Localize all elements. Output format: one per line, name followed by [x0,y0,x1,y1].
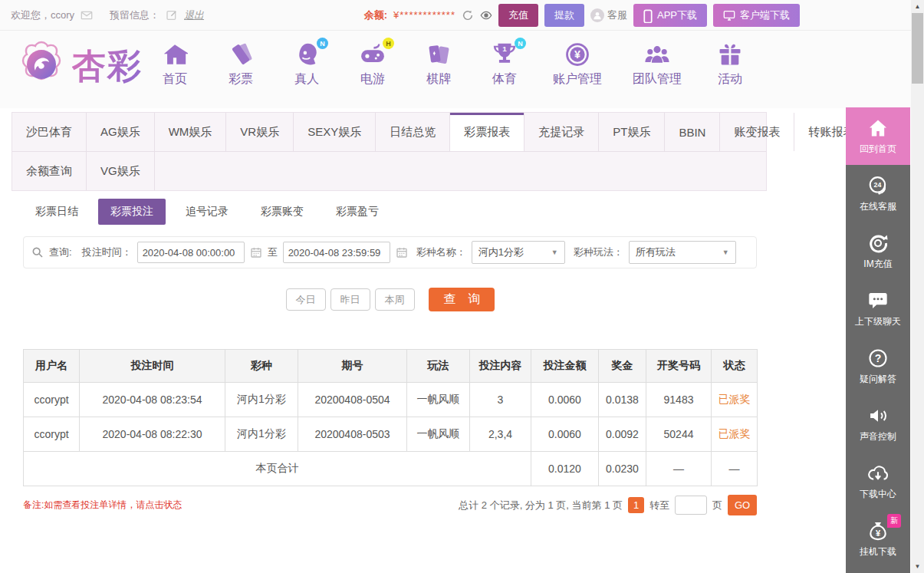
column-header: 投注时间 [80,350,225,383]
svg-text:1: 1 [502,44,507,53]
main-nav-label: 体育 [492,71,517,87]
scrollbar[interactable]: ▲ ▼ [911,0,924,573]
summary-cell: — [646,452,712,486]
client-download-button[interactable]: 客户端下载 [713,4,800,27]
goto-page-input[interactable] [675,496,707,515]
main-nav-item[interactable]: 活动 [712,41,748,87]
eye-icon[interactable] [480,9,492,21]
play-type-select[interactable]: 所有玩法 ▼ [629,241,736,264]
main-nav-item[interactable]: H电游 [355,41,390,87]
pagination-summary: 总计 2 个记录, 分为 1 页, 当前第 1 页 [459,499,623,512]
table-cell: 0.0092 [599,417,646,452]
lottery-select[interactable]: 河内1分彩 ▼ [472,241,565,264]
refresh-icon[interactable] [462,9,474,21]
sidebar-item-label: 声音控制 [860,430,896,443]
table-cell: ccorypt [24,383,80,417]
scroll-down-arrow-icon[interactable]: ▼ [911,560,924,573]
scrollbar-thumb[interactable] [912,13,923,84]
tab-AG娱乐[interactable]: AG娱乐 [87,113,155,151]
main-nav-item[interactable]: 彩票 [223,41,258,87]
status-cell[interactable]: 已派奖 [712,417,758,452]
subtab-彩票盈亏[interactable]: 彩票盈亏 [324,199,391,225]
report-tabstrip: 沙巴体育AG娱乐WM娱乐VR娱乐SEXY娱乐日结总览彩票报表充提记录PT娱乐BB… [12,112,767,191]
summary-cell: 0.0120 [531,452,599,486]
sidebar-item-声音控制[interactable]: 声音控制 [846,395,910,453]
table-footer: 备注:如需查看投注单详情，请点击状态 总计 2 个记录, 分为 1 页, 当前第… [23,495,757,515]
sidebar-item-疑问解答[interactable]: ?疑问解答 [846,338,910,395]
table-cell: 0.0060 [531,383,599,417]
main-nav-label: 棋牌 [426,71,451,87]
go-button[interactable]: GO [728,495,757,515]
sidebar-item-挂机下载[interactable]: ¥新挂机下载 [846,510,910,568]
play-type-select-value: 所有玩法 [636,245,676,259]
service-avatar-icon [590,8,604,22]
scroll-up-arrow-icon[interactable]: ▲ [911,0,924,13]
bet-time-label: 投注时间： [82,245,132,259]
main-nav-item[interactable]: 团队管理 [633,41,682,87]
subtab-彩票投注[interactable]: 彩票投注 [98,199,166,225]
to-label: 至 [268,245,278,259]
service-link[interactable]: 客服 [590,8,627,22]
main-nav-label: 团队管理 [633,71,682,87]
main-nav-item[interactable]: 首页 [157,41,192,87]
recharge-button[interactable]: 充值 [498,4,538,27]
page-1-button[interactable]: 1 [628,497,644,513]
table-header-row: 用户名投注时间彩种期号玩法投注内容投注金额奖金开奖号码状态 [24,350,758,383]
tab-彩票报表[interactable]: 彩票报表 [450,113,524,151]
sidebar-item-下载中心[interactable]: 下载中心 [846,453,910,510]
envelope-icon[interactable] [81,9,93,21]
main-nav-item[interactable]: 1N体育 [487,41,522,87]
tab-账变报表[interactable]: 账变报表 [720,113,794,151]
tab-日结总览[interactable]: 日结总览 [376,113,450,151]
calendar-icon-2[interactable] [396,246,408,259]
sidebar-item-在线客服[interactable]: 24在线客服 [846,165,910,222]
subtab-彩票账变[interactable]: 彩票账变 [248,199,316,225]
bet-records-table-wrap: 用户名投注时间彩种期号玩法投注内容投注金额奖金开奖号码状态 ccorypt202… [23,349,757,486]
calendar-icon[interactable] [250,246,262,259]
coin-yuan-icon: ¥ [564,41,590,68]
svg-text:¥: ¥ [574,48,580,61]
tab-PT娱乐[interactable]: PT娱乐 [599,113,665,151]
tab-WM娱乐[interactable]: WM娱乐 [155,113,227,151]
tab-VR娱乐[interactable]: VR娱乐 [226,113,294,151]
table-cell: 一帆风顺 [407,383,470,417]
pagination: 总计 2 个记录, 分为 1 页, 当前第 1 页 1 转至 页 GO [459,495,757,515]
yesterday-button[interactable]: 昨日 [330,288,370,311]
lottery-select-value: 河内1分彩 [478,245,524,259]
bet-records-table: 用户名投注时间彩种期号玩法投注内容投注金额奖金开奖号码状态 ccorypt202… [23,349,758,486]
edit-icon[interactable] [166,9,178,21]
subtab-追号记录[interactable]: 追号记录 [173,199,241,225]
table-cell: 20200408-0503 [298,417,407,452]
tab-余额查询[interactable]: 余额查询 [12,152,87,190]
time-from-input[interactable] [137,242,245,263]
tab-BBIN[interactable]: BBIN [665,113,720,151]
today-button[interactable]: 今日 [286,288,326,311]
table-cell: 2,3,4 [470,417,531,452]
main-nav-label: 真人 [294,71,319,87]
balance-label: 余额: [364,8,387,22]
tab-沙巴体育[interactable]: 沙巴体育 [12,113,87,151]
cards-icon [426,41,452,68]
sidebar-item-IM充值[interactable]: IM充值 [846,222,910,280]
withdraw-button[interactable]: 提款 [544,4,584,27]
sidebar-item-回到首页[interactable]: 回到首页 [846,107,910,165]
week-button[interactable]: 本周 [375,288,415,311]
service-24-icon: 24 [867,175,889,196]
lottery-name-label: 彩种名称： [416,245,466,259]
time-to-input[interactable] [283,242,390,263]
main-nav-item[interactable]: ¥账户管理 [553,41,602,87]
brand-logo[interactable]: 杏彩 [17,40,143,92]
tab-SEXY娱乐[interactable]: SEXY娱乐 [294,113,376,151]
main-nav-item[interactable]: 棋牌 [421,41,456,87]
subtab-彩票日结[interactable]: 彩票日结 [23,199,90,225]
table-row: ccorypt2020-04-08 08:23:54河内1分彩20200408-… [24,383,758,417]
tab-充提记录[interactable]: 充提记录 [524,113,599,151]
tab-VG娱乐[interactable]: VG娱乐 [87,152,155,190]
logout-link[interactable]: 退出 [184,8,204,22]
main-nav-item[interactable]: N真人 [289,41,324,87]
app-download-button[interactable]: APP下载 [633,4,707,27]
status-cell[interactable]: 已派奖 [712,383,758,417]
sound-icon [867,405,889,426]
search-button[interactable]: 查 询 [429,288,495,311]
sidebar-item-上下级聊天[interactable]: 上下级聊天 [846,280,910,338]
